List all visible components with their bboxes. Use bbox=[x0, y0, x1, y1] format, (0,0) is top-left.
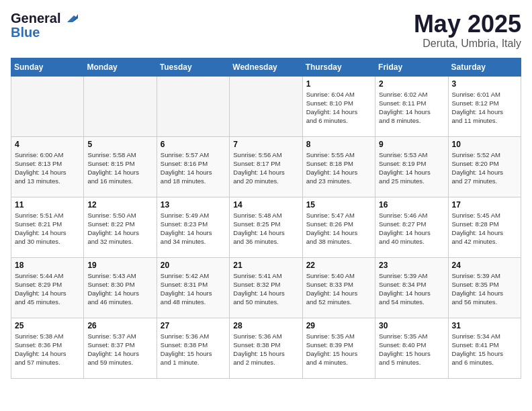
calendar-cell: 5Sunrise: 5:58 AM Sunset: 8:15 PM Daylig… bbox=[84, 136, 157, 197]
day-number: 5 bbox=[87, 140, 152, 149]
logo-blue-text: Blue bbox=[11, 25, 40, 40]
day-number: 2 bbox=[379, 79, 444, 89]
calendar-cell: 31Sunrise: 5:34 AM Sunset: 8:41 PM Dayli… bbox=[448, 318, 521, 378]
day-number: 31 bbox=[452, 321, 517, 330]
page-header: General Blue May 2025 Deruta, Umbria, It… bbox=[11, 11, 521, 50]
day-number: 3 bbox=[452, 79, 517, 89]
day-info: Sunrise: 5:34 AM Sunset: 8:41 PM Dayligh… bbox=[452, 332, 517, 367]
calendar-cell: 22Sunrise: 5:40 AM Sunset: 8:33 PM Dayli… bbox=[302, 257, 375, 318]
day-number: 11 bbox=[15, 200, 80, 210]
calendar-cell: 17Sunrise: 5:45 AM Sunset: 8:28 PM Dayli… bbox=[448, 197, 521, 257]
day-info: Sunrise: 5:41 AM Sunset: 8:32 PM Dayligh… bbox=[233, 271, 298, 307]
month-title: May 2025 bbox=[414, 11, 521, 38]
logo-bird-icon bbox=[63, 13, 78, 25]
calendar-table: SundayMondayTuesdayWednesdayThursdayFrid… bbox=[11, 58, 521, 379]
title-section: May 2025 Deruta, Umbria, Italy bbox=[414, 11, 521, 50]
header-row: SundayMondayTuesdayWednesdayThursdayFrid… bbox=[11, 58, 521, 76]
calendar-header: SundayMondayTuesdayWednesdayThursdayFrid… bbox=[11, 58, 521, 76]
logo: General Blue bbox=[11, 11, 78, 40]
day-info: Sunrise: 5:47 AM Sunset: 8:26 PM Dayligh… bbox=[306, 211, 371, 246]
calendar-cell: 12Sunrise: 5:50 AM Sunset: 8:22 PM Dayli… bbox=[84, 197, 157, 257]
calendar-cell: 16Sunrise: 5:46 AM Sunset: 8:27 PM Dayli… bbox=[375, 197, 448, 257]
day-info: Sunrise: 5:38 AM Sunset: 8:36 PM Dayligh… bbox=[15, 332, 80, 367]
calendar-cell: 24Sunrise: 5:39 AM Sunset: 8:35 PM Dayli… bbox=[448, 257, 521, 318]
day-info: Sunrise: 5:44 AM Sunset: 8:29 PM Dayligh… bbox=[15, 271, 80, 307]
calendar-cell: 3Sunrise: 6:01 AM Sunset: 8:12 PM Daylig… bbox=[448, 76, 521, 136]
calendar-cell: 30Sunrise: 5:35 AM Sunset: 8:40 PM Dayli… bbox=[375, 318, 448, 378]
day-info: Sunrise: 5:53 AM Sunset: 8:19 PM Dayligh… bbox=[379, 150, 444, 186]
day-number: 4 bbox=[15, 140, 80, 149]
day-number: 21 bbox=[233, 261, 298, 270]
day-number: 25 bbox=[15, 321, 80, 330]
day-info: Sunrise: 6:01 AM Sunset: 8:12 PM Dayligh… bbox=[452, 90, 517, 126]
day-info: Sunrise: 5:40 AM Sunset: 8:33 PM Dayligh… bbox=[306, 271, 371, 307]
header-sunday: Sunday bbox=[11, 58, 84, 76]
calendar-cell: 6Sunrise: 5:57 AM Sunset: 8:16 PM Daylig… bbox=[157, 136, 229, 197]
calendar-cell: 27Sunrise: 5:36 AM Sunset: 8:38 PM Dayli… bbox=[157, 318, 229, 378]
day-info: Sunrise: 5:46 AM Sunset: 8:27 PM Dayligh… bbox=[379, 211, 444, 246]
day-number: 6 bbox=[161, 140, 226, 149]
day-info: Sunrise: 5:39 AM Sunset: 8:35 PM Dayligh… bbox=[452, 271, 517, 307]
day-info: Sunrise: 5:55 AM Sunset: 8:18 PM Dayligh… bbox=[306, 150, 371, 186]
day-info: Sunrise: 5:56 AM Sunset: 8:17 PM Dayligh… bbox=[233, 150, 298, 186]
day-number: 7 bbox=[233, 140, 298, 149]
day-info: Sunrise: 5:39 AM Sunset: 8:34 PM Dayligh… bbox=[379, 271, 444, 307]
calendar-cell: 20Sunrise: 5:42 AM Sunset: 8:31 PM Dayli… bbox=[157, 257, 229, 318]
day-info: Sunrise: 5:36 AM Sunset: 8:38 PM Dayligh… bbox=[233, 332, 298, 367]
header-friday: Friday bbox=[375, 58, 448, 76]
calendar-cell: 7Sunrise: 5:56 AM Sunset: 8:17 PM Daylig… bbox=[230, 136, 302, 197]
day-number: 24 bbox=[452, 261, 517, 270]
day-number: 22 bbox=[306, 261, 371, 270]
header-thursday: Thursday bbox=[302, 58, 375, 76]
calendar-cell: 19Sunrise: 5:43 AM Sunset: 8:30 PM Dayli… bbox=[84, 257, 157, 318]
day-number: 8 bbox=[306, 140, 371, 149]
calendar-cell: 2Sunrise: 6:02 AM Sunset: 8:11 PM Daylig… bbox=[375, 76, 448, 136]
day-number: 10 bbox=[452, 140, 517, 149]
day-info: Sunrise: 5:37 AM Sunset: 8:37 PM Dayligh… bbox=[87, 332, 152, 367]
day-info: Sunrise: 6:00 AM Sunset: 8:13 PM Dayligh… bbox=[15, 150, 80, 186]
day-info: Sunrise: 5:45 AM Sunset: 8:28 PM Dayligh… bbox=[452, 211, 517, 246]
week-row-2: 4Sunrise: 6:00 AM Sunset: 8:13 PM Daylig… bbox=[11, 136, 521, 197]
header-saturday: Saturday bbox=[448, 58, 521, 76]
day-info: Sunrise: 6:02 AM Sunset: 8:11 PM Dayligh… bbox=[379, 90, 444, 126]
logo-general-text: General bbox=[11, 11, 60, 26]
day-number: 26 bbox=[87, 321, 152, 330]
header-monday: Monday bbox=[84, 58, 157, 76]
day-info: Sunrise: 5:50 AM Sunset: 8:22 PM Dayligh… bbox=[87, 211, 152, 246]
day-number: 1 bbox=[306, 79, 371, 89]
calendar-cell bbox=[84, 76, 157, 136]
calendar-cell: 26Sunrise: 5:37 AM Sunset: 8:37 PM Dayli… bbox=[84, 318, 157, 378]
day-number: 13 bbox=[161, 200, 226, 210]
day-number: 29 bbox=[306, 321, 371, 330]
calendar-cell: 23Sunrise: 5:39 AM Sunset: 8:34 PM Dayli… bbox=[375, 257, 448, 318]
day-number: 12 bbox=[87, 200, 152, 210]
day-number: 20 bbox=[161, 261, 226, 270]
day-info: Sunrise: 5:49 AM Sunset: 8:23 PM Dayligh… bbox=[161, 211, 226, 246]
calendar-cell: 29Sunrise: 5:35 AM Sunset: 8:39 PM Dayli… bbox=[302, 318, 375, 378]
day-info: Sunrise: 5:43 AM Sunset: 8:30 PM Dayligh… bbox=[87, 271, 152, 307]
calendar-cell: 9Sunrise: 5:53 AM Sunset: 8:19 PM Daylig… bbox=[375, 136, 448, 197]
day-info: Sunrise: 5:48 AM Sunset: 8:25 PM Dayligh… bbox=[233, 211, 298, 246]
day-number: 14 bbox=[233, 200, 298, 210]
header-tuesday: Tuesday bbox=[157, 58, 229, 76]
day-info: Sunrise: 5:57 AM Sunset: 8:16 PM Dayligh… bbox=[161, 150, 226, 186]
day-info: Sunrise: 5:58 AM Sunset: 8:15 PM Dayligh… bbox=[87, 150, 152, 186]
week-row-4: 18Sunrise: 5:44 AM Sunset: 8:29 PM Dayli… bbox=[11, 257, 521, 318]
calendar-cell: 18Sunrise: 5:44 AM Sunset: 8:29 PM Dayli… bbox=[11, 257, 84, 318]
day-number: 16 bbox=[379, 200, 444, 210]
calendar-body: 1Sunrise: 6:04 AM Sunset: 8:10 PM Daylig… bbox=[11, 76, 521, 378]
calendar-cell: 14Sunrise: 5:48 AM Sunset: 8:25 PM Dayli… bbox=[230, 197, 302, 257]
calendar-cell: 13Sunrise: 5:49 AM Sunset: 8:23 PM Dayli… bbox=[157, 197, 229, 257]
day-number: 27 bbox=[161, 321, 226, 330]
day-number: 30 bbox=[379, 321, 444, 330]
calendar-cell: 4Sunrise: 6:00 AM Sunset: 8:13 PM Daylig… bbox=[11, 136, 84, 197]
calendar-cell: 28Sunrise: 5:36 AM Sunset: 8:38 PM Dayli… bbox=[230, 318, 302, 378]
day-number: 17 bbox=[452, 200, 517, 210]
calendar-cell: 10Sunrise: 5:52 AM Sunset: 8:20 PM Dayli… bbox=[448, 136, 521, 197]
calendar-cell: 11Sunrise: 5:51 AM Sunset: 8:21 PM Dayli… bbox=[11, 197, 84, 257]
day-number: 23 bbox=[379, 261, 444, 270]
calendar-cell bbox=[157, 76, 229, 136]
day-info: Sunrise: 6:04 AM Sunset: 8:10 PM Dayligh… bbox=[306, 90, 371, 126]
day-info: Sunrise: 5:52 AM Sunset: 8:20 PM Dayligh… bbox=[452, 150, 517, 186]
week-row-5: 25Sunrise: 5:38 AM Sunset: 8:36 PM Dayli… bbox=[11, 318, 521, 378]
